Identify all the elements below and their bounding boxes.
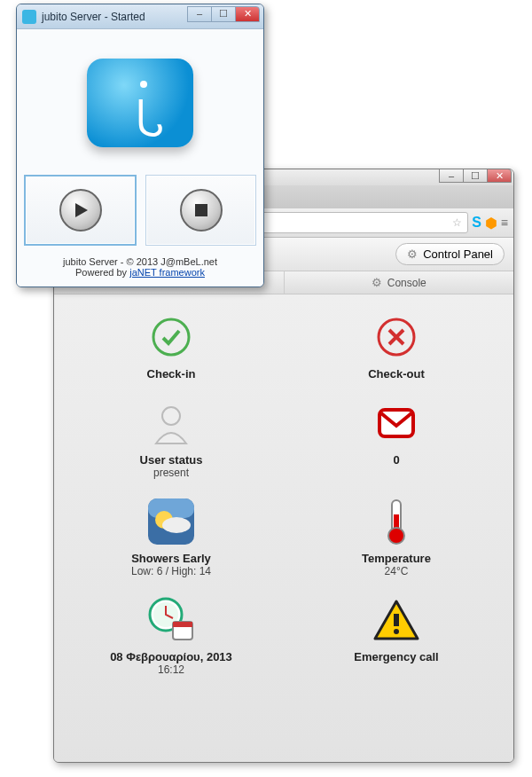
control-panel-button[interactable]: ⚙ Control Panel — [395, 243, 505, 265]
mail-icon — [372, 398, 421, 448]
close-button[interactable]: ✕ — [487, 169, 512, 183]
tile-weather[interactable]: Showers Early Low: 6 / High: 14 — [63, 497, 279, 577]
skype-icon[interactable]: S — [472, 215, 481, 231]
svg-point-7 — [162, 517, 191, 533]
tile-label: Showers Early — [63, 552, 279, 565]
x-icon — [372, 312, 421, 362]
tile-userstatus[interactable]: User status present — [63, 398, 279, 479]
button-row — [24, 169, 256, 251]
tile-checkout[interactable]: Check-out — [288, 312, 505, 381]
minimize-button[interactable]: – — [439, 169, 464, 183]
warning-icon — [372, 595, 421, 645]
svg-point-2 — [162, 407, 180, 425]
tile-sub: Low: 6 / High: 14 — [63, 565, 279, 577]
star-icon[interactable]: ☆ — [452, 216, 462, 229]
stop-icon — [180, 189, 223, 232]
server-footer: jubito Server - © 2013 J@mBeL.net Powere… — [24, 251, 256, 279]
play-icon — [59, 189, 102, 232]
menu-icon[interactable]: ≡ — [501, 216, 508, 230]
tile-label: 08 Φεβρουαρίου, 2013 — [63, 650, 279, 663]
logo-area — [24, 36, 256, 169]
jubito-logo — [87, 59, 193, 147]
window-title: jubito Server - Started — [42, 11, 145, 23]
control-panel-label: Control Panel — [423, 247, 493, 261]
maximize-button[interactable]: ☐ — [211, 6, 236, 22]
minimize-button[interactable]: – — [187, 6, 212, 22]
user-icon — [146, 398, 196, 448]
tile-datetime[interactable]: 08 Φεβρουαρίου, 2013 16:12 — [63, 595, 279, 676]
framework-link[interactable]: jaNET framework — [129, 267, 205, 278]
tile-mail[interactable]: 0 — [288, 398, 505, 479]
server-body: jubito Server - © 2013 J@mBeL.net Powere… — [17, 29, 263, 286]
tile-label: Check-out — [288, 367, 505, 381]
svg-rect-14 — [173, 622, 192, 627]
tile-label: 0 — [288, 453, 505, 467]
tile-checkin[interactable]: Check-in — [63, 312, 279, 381]
svg-point-10 — [388, 528, 404, 544]
toolbar-label: Console — [387, 277, 426, 289]
dashboard: Check-in Check-out User status present 0 — [54, 294, 513, 763]
check-icon — [146, 312, 196, 362]
play-button[interactable] — [24, 175, 137, 246]
svg-point-0 — [153, 319, 189, 355]
powered-prefix: Powered by — [75, 267, 129, 278]
server-window: jubito Server - Started – ☐ ✕ jubito Ser… — [16, 4, 264, 287]
server-titlebar: jubito Server - Started – ☐ ✕ — [17, 4, 263, 29]
shield-icon[interactable]: ⬢ — [485, 215, 497, 232]
browser-window-controls: – ☐ ✕ — [440, 169, 512, 183]
gear-icon: ⚙ — [407, 247, 418, 261]
tile-temperature[interactable]: Temperature 24°C — [288, 497, 505, 577]
thermometer-icon — [372, 497, 421, 546]
close-button[interactable]: ✕ — [235, 6, 260, 22]
gear-icon: ⚙ — [372, 276, 382, 289]
svg-rect-17 — [195, 204, 207, 216]
tile-label: Emergency call — [288, 650, 505, 663]
server-window-controls: – ☐ ✕ — [188, 6, 260, 22]
tile-sub: 16:12 — [63, 663, 279, 676]
tile-sub: 24°C — [288, 565, 505, 577]
svg-point-16 — [394, 629, 399, 634]
maximize-button[interactable]: ☐ — [463, 169, 488, 183]
copyright-text: jubito Server - © 2013 J@mBeL.net — [24, 256, 256, 267]
weather-icon — [146, 497, 196, 546]
tile-label: Temperature — [288, 552, 505, 565]
tile-label: Check-in — [63, 367, 279, 381]
clock-calendar-icon — [146, 595, 196, 645]
app-icon — [22, 10, 36, 24]
stop-button[interactable] — [145, 175, 256, 246]
tile-emergency[interactable]: Emergency call — [288, 595, 505, 676]
tile-label: User status — [63, 453, 279, 467]
tab-console[interactable]: ⚙ Console — [285, 271, 514, 294]
svg-rect-15 — [394, 614, 399, 626]
tile-sub: present — [63, 467, 279, 479]
